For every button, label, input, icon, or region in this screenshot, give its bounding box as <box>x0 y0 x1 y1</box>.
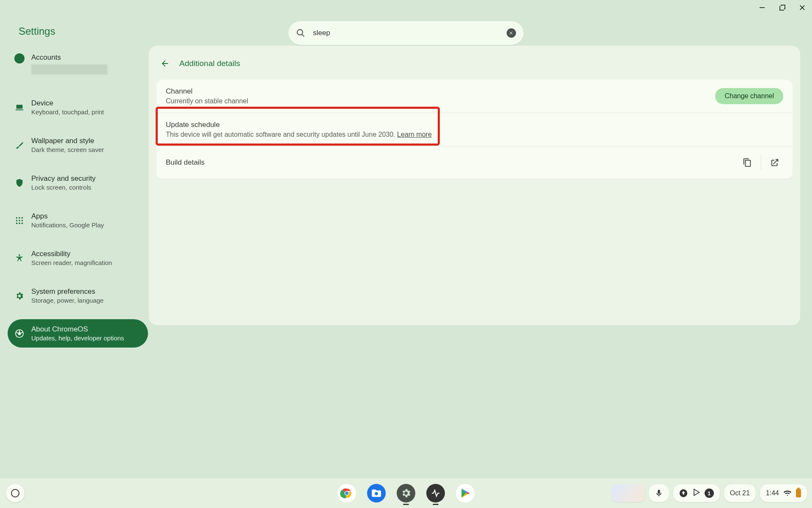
gear-icon <box>401 488 411 499</box>
svg-point-8 <box>16 222 18 224</box>
search-input[interactable] <box>313 29 507 37</box>
search-icon <box>296 28 305 38</box>
page-header: Additional details <box>149 53 800 80</box>
accessibility-icon <box>14 253 25 263</box>
row-title: Build details <box>166 158 739 167</box>
back-button[interactable] <box>159 58 171 69</box>
chrome-color-icon <box>340 486 354 500</box>
sidebar-accounts-title: Accounts <box>31 53 107 62</box>
window-maximize-button[interactable] <box>777 3 787 13</box>
sidebar-item-device[interactable]: DeviceKeyboard, touchpad, print <box>8 93 148 121</box>
row-title: Channel <box>166 87 715 96</box>
row-build-details: Build details <box>156 146 793 179</box>
svg-point-6 <box>19 220 20 221</box>
svg-point-4 <box>22 217 23 218</box>
status-area: 1 Oct 21 1:44 <box>612 484 807 502</box>
apps-grid-icon <box>14 215 25 226</box>
shelf-app-files[interactable] <box>367 484 386 502</box>
sidebar-item-privacy[interactable]: Privacy and securityLock screen, control… <box>8 168 148 197</box>
sidebar-item-about[interactable]: About ChromeOSUpdates, help, developer o… <box>8 319 148 348</box>
shelf: 1 Oct 21 1:44 <box>0 478 812 508</box>
svg-point-7 <box>22 220 23 221</box>
gear-icon <box>14 291 25 301</box>
svg-point-10 <box>22 222 23 224</box>
shelf-app-playstore[interactable] <box>456 484 475 502</box>
settings-rows: Channel Currently on stable channel Chan… <box>156 80 793 179</box>
wifi-icon <box>783 489 792 497</box>
app-running-indicator <box>403 504 409 505</box>
sidebar-item-subtitle: Screen reader, magnification <box>31 259 112 266</box>
search-bar[interactable] <box>288 21 524 45</box>
svg-point-5 <box>16 220 18 221</box>
quick-settings-pill[interactable]: 1:44 <box>760 484 807 502</box>
notification-count-badge: 1 <box>705 489 714 498</box>
row-title: Update schedule <box>166 121 783 129</box>
open-in-new-icon <box>770 158 779 167</box>
divider <box>761 155 761 170</box>
play-store-icon <box>460 488 471 499</box>
svg-point-11 <box>19 254 20 256</box>
copy-build-button[interactable] <box>739 154 756 171</box>
sidebar-item-label: About ChromeOS <box>31 325 124 334</box>
sidebar-item-label: Accessibility <box>31 250 112 258</box>
dictation-button[interactable] <box>649 484 669 502</box>
svg-point-9 <box>19 222 20 224</box>
update-subtitle-text: This device will get automatic software … <box>166 131 397 138</box>
holding-space-thumbnail[interactable] <box>612 484 645 502</box>
folder-icon <box>371 488 382 499</box>
sidebar-item-system[interactable]: System preferencesStorage, power, langua… <box>8 282 148 310</box>
sidebar-item-label: Privacy and security <box>31 174 96 183</box>
main-layout: Accounts DeviceKeyboard, touchpad, print… <box>0 46 812 473</box>
content-card: Additional details Channel Currently on … <box>149 46 800 325</box>
change-channel-button[interactable]: Change channel <box>715 88 783 104</box>
sidebar-item-apps[interactable]: AppsNotifications, Google Play <box>8 206 148 235</box>
shelf-app-settings[interactable] <box>397 484 415 502</box>
svg-rect-0 <box>760 7 765 8</box>
brush-icon <box>14 140 25 150</box>
row-subtitle: This device will get automatic software … <box>166 131 783 138</box>
row-subtitle: Currently on stable channel <box>166 97 715 105</box>
chrome-icon <box>14 329 25 339</box>
search-clear-button[interactable] <box>507 28 516 38</box>
shelf-app-diagnostics[interactable] <box>426 484 445 502</box>
clock-text: 1:44 <box>766 489 779 497</box>
notifications-pill[interactable]: 1 <box>673 484 720 502</box>
window-close-button[interactable] <box>798 3 808 13</box>
close-icon <box>509 30 514 36</box>
sidebar-item-subtitle: Dark theme, screen saver <box>31 146 104 153</box>
sidebar-item-accessibility[interactable]: AccessibilityScreen reader, magnificatio… <box>8 244 148 272</box>
sidebar-item-label: Apps <box>31 212 104 221</box>
launcher-button[interactable] <box>6 484 25 502</box>
copy-icon <box>743 158 752 167</box>
row-update-schedule: Update schedule This device will get aut… <box>156 113 793 146</box>
svg-point-13 <box>18 332 21 335</box>
row-channel: Channel Currently on stable channel Chan… <box>156 80 793 113</box>
arrow-left-icon <box>160 59 170 68</box>
update-icon <box>679 489 688 497</box>
learn-more-link[interactable]: Learn more <box>397 131 432 138</box>
page-title: Additional details <box>179 59 240 68</box>
sidebar-item-subtitle: Notifications, Google Play <box>31 221 104 229</box>
sidebar-item-label: System preferences <box>31 287 104 296</box>
window-minimize-button[interactable] <box>757 3 767 13</box>
app-title: Settings <box>19 25 55 37</box>
launcher-icon <box>11 489 19 497</box>
sidebar-item-subtitle: Storage, power, language <box>31 297 104 304</box>
date-pill[interactable]: Oct 21 <box>724 484 756 502</box>
sidebar: Accounts DeviceKeyboard, touchpad, print… <box>0 46 148 473</box>
app-running-indicator <box>433 504 439 505</box>
sidebar-item-wallpaper[interactable]: Wallpaper and styleDark theme, screen sa… <box>8 131 148 159</box>
shelf-pinned-apps <box>337 484 475 502</box>
window-titlebar <box>0 0 812 15</box>
svg-point-17 <box>375 492 378 495</box>
shield-icon <box>14 178 25 188</box>
sidebar-item-accounts[interactable]: Accounts <box>8 47 148 80</box>
svg-point-1 <box>18 55 21 58</box>
sidebar-item-label: Wallpaper and style <box>31 137 104 145</box>
content-area: Additional details Channel Currently on … <box>148 46 812 473</box>
laptop-icon <box>14 102 25 113</box>
sidebar-item-subtitle: Updates, help, developer options <box>31 334 124 342</box>
open-external-button[interactable] <box>766 154 783 171</box>
shelf-app-chrome[interactable] <box>337 484 356 502</box>
battery-icon <box>796 489 801 497</box>
